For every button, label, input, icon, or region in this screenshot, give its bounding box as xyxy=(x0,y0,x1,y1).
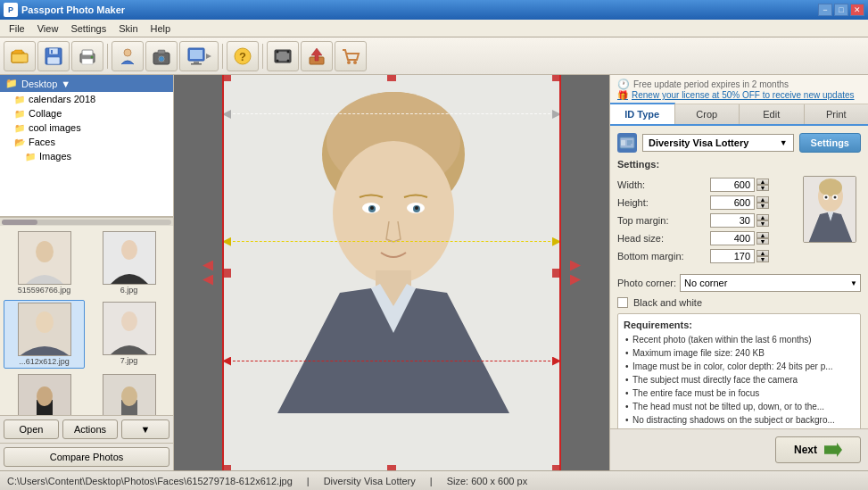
requirements-list: Recent photo (taken within the last 6 mo… xyxy=(624,333,855,427)
head-size-down[interactable]: ▼ xyxy=(756,238,769,245)
bottom-margin-down[interactable]: ▼ xyxy=(756,256,769,262)
app-title: Passport Photo Maker xyxy=(21,4,125,15)
next-area: Next xyxy=(610,428,868,470)
corner-handle-bl[interactable] xyxy=(222,465,231,471)
compare-photos-button[interactable]: Compare Photos xyxy=(4,447,169,467)
handle-right-mid[interactable] xyxy=(552,269,561,278)
svg-point-25 xyxy=(277,50,279,53)
status-id-type: Diversity Visa Lottery xyxy=(324,476,416,486)
corner-handle-br[interactable] xyxy=(552,465,561,471)
tab-edit[interactable]: Edit xyxy=(740,104,805,124)
svg-rect-6 xyxy=(51,50,53,54)
settings-section-label: Settings: xyxy=(617,158,861,170)
id-type-dropdown[interactable]: Diversity Visa Lottery ▼ xyxy=(642,134,794,152)
svg-point-56 xyxy=(370,206,374,210)
title-bar: P Passport Photo Maker − □ ✕ xyxy=(0,0,868,20)
open-button[interactable]: Open xyxy=(4,419,59,439)
title-bar-left: P Passport Photo Maker xyxy=(4,3,125,17)
thumbnail-8[interactable]: 8.jpg xyxy=(4,372,85,415)
settings-button[interactable]: Settings xyxy=(799,133,861,153)
top-margin-down[interactable]: ▼ xyxy=(756,220,769,227)
handle-top-mid[interactable] xyxy=(387,75,396,81)
tab-id-type[interactable]: ID Type xyxy=(610,103,675,124)
next-button[interactable]: Next xyxy=(775,436,861,463)
width-up[interactable]: ▲ xyxy=(756,179,769,185)
black-white-checkbox[interactable] xyxy=(617,297,628,308)
main-area: 📁 Desktop ▼ 📁 calendars 2018 📁 Collage 📁… xyxy=(0,75,868,470)
menu-settings[interactable]: Settings xyxy=(65,21,112,36)
head-size-up[interactable]: ▲ xyxy=(756,232,769,238)
tree-item-images[interactable]: 📁 Images xyxy=(21,149,173,163)
head-size-input[interactable] xyxy=(710,231,755,245)
update-link[interactable]: 🎁 Renew your license at 50% OFF to recei… xyxy=(617,90,861,100)
thumbnail-9[interactable]: 9.jpg xyxy=(88,372,169,415)
scrollbar-thumb[interactable] xyxy=(2,220,37,225)
menu-view[interactable]: View xyxy=(32,21,64,36)
renew-link-text[interactable]: Renew your license at 50% OFF to receive… xyxy=(632,90,855,100)
width-down[interactable]: ▼ xyxy=(756,185,769,191)
handle-bottom-mid[interactable] xyxy=(387,465,396,471)
bottom-margin-up[interactable]: ▲ xyxy=(756,250,769,256)
actions-button[interactable]: Actions xyxy=(62,419,118,439)
update-banner: 🕐 Free update period expires in 2 months… xyxy=(610,75,868,104)
tree-item-calendars[interactable]: 📁 calendars 2018 xyxy=(11,92,173,106)
corner-handle-tr[interactable] xyxy=(552,75,561,81)
tree-item-faces[interactable]: 📂 Faces xyxy=(11,135,173,149)
menu-file[interactable]: File xyxy=(4,21,30,36)
top-margin-input[interactable] xyxy=(710,213,755,228)
photo-corner-label: Photo corner: xyxy=(617,278,676,288)
folder-header[interactable]: 📁 Desktop ▼ xyxy=(0,75,173,92)
print-tool[interactable] xyxy=(71,41,103,71)
left-arrow-up[interactable] xyxy=(203,261,213,271)
save-tool[interactable] xyxy=(37,41,70,71)
minimize-button[interactable]: − xyxy=(818,4,832,16)
settings-label-text: Settings: xyxy=(617,159,659,170)
fields-area: Width: ▲ ▼ Height: xyxy=(617,176,798,265)
top-margin-up[interactable]: ▲ xyxy=(756,214,769,220)
film-tool[interactable] xyxy=(267,41,299,71)
photo-corner-select[interactable]: No corner Rounded Square xyxy=(680,274,861,292)
menu-bar: File View Settings Skin Help xyxy=(0,20,868,37)
actions-dropdown-button[interactable]: ▼ xyxy=(121,419,169,439)
maximize-button[interactable]: □ xyxy=(834,4,848,16)
fields-preview-area: Width: ▲ ▼ Height: xyxy=(617,176,861,265)
top-margin-row: Top margin: ▲ ▼ xyxy=(617,212,798,229)
folder-dropdown-icon[interactable]: ▼ xyxy=(61,79,70,89)
help-tool[interactable]: ? xyxy=(227,41,259,71)
corner-handle-tl[interactable] xyxy=(222,75,231,81)
person-tool[interactable] xyxy=(112,41,144,71)
tree-item-collage[interactable]: 📁 Collage xyxy=(11,106,173,120)
upload-tool[interactable] xyxy=(301,41,333,71)
thumbnail-515596766[interactable]: 515596766.jpg xyxy=(4,229,85,296)
cart-tool[interactable] xyxy=(335,41,367,71)
monitor-tool[interactable] xyxy=(179,41,219,71)
height-input[interactable] xyxy=(710,195,755,210)
tab-crop[interactable]: Crop xyxy=(675,104,740,124)
svg-rect-19 xyxy=(191,63,202,65)
bottom-margin-input[interactable] xyxy=(710,249,755,263)
handle-left-mid[interactable] xyxy=(222,269,231,278)
menu-help[interactable]: Help xyxy=(145,21,177,36)
svg-rect-59 xyxy=(621,140,625,145)
left-panel: 📁 Desktop ▼ 📁 calendars 2018 📁 Collage 📁… xyxy=(0,75,174,470)
camera-tool[interactable] xyxy=(145,41,178,71)
thumbnail-7[interactable]: 7.jpg xyxy=(88,300,169,369)
right-arrow-up[interactable] xyxy=(570,261,581,271)
horizontal-scrollbar[interactable] xyxy=(0,217,173,226)
thumbnail-612x612[interactable]: ...612x612.jpg xyxy=(4,300,85,369)
left-arrow-down[interactable] xyxy=(203,275,213,286)
right-arrow-down[interactable] xyxy=(570,275,581,286)
main-photo xyxy=(222,75,561,470)
tree-item-coolimages[interactable]: 📁 cool images xyxy=(11,120,173,135)
tab-print[interactable]: Print xyxy=(805,104,869,124)
bottom-margin-row: Bottom margin: ▲ ▼ xyxy=(617,247,798,265)
open-file-tool[interactable] xyxy=(4,41,36,71)
folder-icon: 📁 xyxy=(5,78,18,89)
head-size-value: ▲ ▼ xyxy=(710,231,769,245)
thumbnail-6[interactable]: 6.jpg xyxy=(88,229,169,296)
menu-skin[interactable]: Skin xyxy=(113,21,143,36)
close-button[interactable]: ✕ xyxy=(850,4,864,16)
height-up[interactable]: ▲ xyxy=(756,196,769,203)
height-down[interactable]: ▼ xyxy=(756,203,769,209)
width-input[interactable] xyxy=(710,178,755,192)
